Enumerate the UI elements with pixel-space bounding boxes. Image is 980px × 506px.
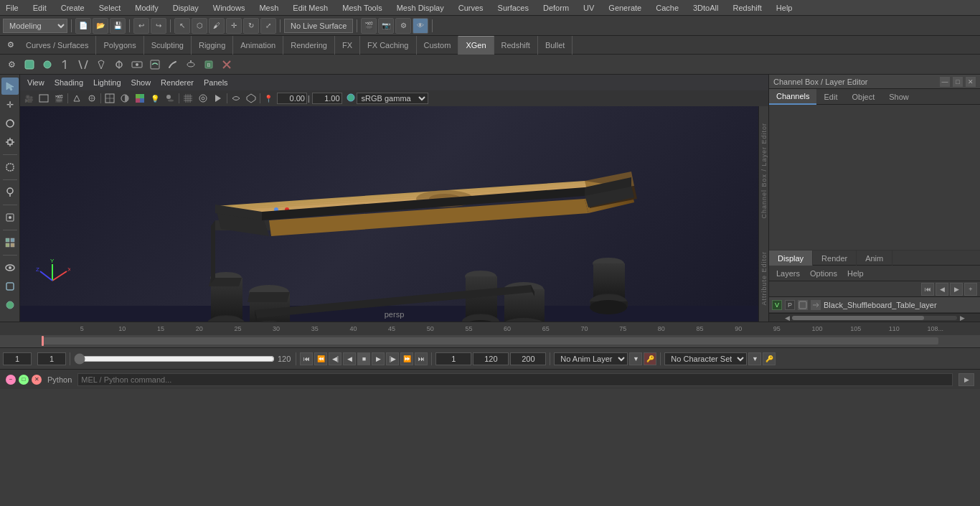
menu-create[interactable]: Create [58, 4, 88, 12]
undo-button[interactable]: ↩ [133, 18, 149, 34]
xgen-delete-guides[interactable] [218, 56, 235, 73]
start-frame-input[interactable] [37, 352, 66, 365]
menu-surfaces[interactable]: Surfaces [495, 4, 532, 12]
vp-cam-button[interactable]: 🎥 [22, 92, 36, 105]
vp-ortho-toggle-button[interactable] [244, 92, 258, 105]
command-exec-button[interactable]: ▶ [958, 373, 974, 386]
menu-mesh-tools[interactable]: Mesh Tools [339, 4, 385, 12]
vp-menu-show[interactable]: Show [127, 75, 156, 90]
tab-fx[interactable]: FX [335, 36, 360, 55]
menu-3dtall[interactable]: 3DtoAll [690, 4, 721, 12]
menu-edit-mesh[interactable]: Edit Mesh [290, 4, 331, 12]
lasso-select-button[interactable]: ⬡ [192, 18, 207, 34]
vp-coord-y[interactable] [312, 93, 342, 104]
tab-render[interactable]: Render [813, 250, 857, 266]
command-input[interactable] [77, 373, 953, 386]
next-keyframe-button[interactable]: |▶ [386, 352, 399, 365]
panel-max-button[interactable]: □ [953, 77, 963, 87]
xgen-orient-guide[interactable] [110, 56, 128, 73]
xgen-preview[interactable] [128, 56, 146, 73]
vp-texture-button[interactable] [133, 92, 147, 105]
new-scene-button[interactable]: 📄 [75, 18, 91, 34]
menu-cache[interactable]: Cache [653, 4, 682, 12]
tab-display[interactable]: Display [769, 250, 813, 266]
menu-mesh[interactable]: Mesh [256, 4, 281, 12]
char-set-key-button[interactable]: 🔑 [763, 352, 776, 365]
tab-custom[interactable]: Custom [417, 36, 459, 55]
vp-light-button[interactable]: 💡 [148, 92, 162, 105]
layers-scrollbar[interactable]: ◀ ▶ [769, 313, 980, 322]
scroll-left-button[interactable]: ◀ [782, 314, 792, 322]
range-end-input[interactable] [473, 352, 509, 365]
tab-redshift[interactable]: Redshift [494, 36, 538, 55]
timeline-range[interactable] [42, 337, 938, 345]
panel-close-button[interactable]: ✕ [966, 77, 976, 87]
paint-select-button[interactable]: 🖌 [209, 18, 225, 34]
window-maximize-button[interactable]: □ [19, 375, 29, 385]
menu-deform[interactable]: Deform [540, 4, 572, 12]
vp-menu-renderer[interactable]: Renderer [156, 75, 198, 90]
xgen-create-collection[interactable] [21, 56, 38, 73]
xgen-settings-button[interactable]: ⚙ [3, 56, 20, 73]
menu-file[interactable]: File [3, 4, 22, 12]
menu-modify[interactable]: Modify [132, 4, 161, 12]
layers-new-button[interactable]: + [964, 283, 977, 296]
vp-menu-panels[interactable]: Panels [199, 75, 232, 90]
layer-playback-check[interactable]: P [785, 300, 795, 310]
open-scene-button[interactable]: 📂 [93, 18, 108, 34]
vp-snap-button[interactable] [85, 92, 99, 105]
layers-menu-help[interactable]: Help [844, 269, 867, 278]
anim-layer-select[interactable]: No Anim Layer [554, 352, 628, 365]
tab-show[interactable]: Show [882, 89, 916, 105]
xgen-density-map[interactable] [146, 56, 164, 73]
timeline-bar[interactable] [0, 335, 980, 348]
play-reverse-button[interactable]: ◀ [343, 352, 356, 365]
stop-button[interactable]: ■ [357, 352, 370, 365]
window-minimize-button[interactable]: − [6, 375, 16, 385]
menu-mesh-display[interactable]: Mesh Display [394, 4, 447, 12]
multicomponent-button[interactable] [1, 234, 19, 251]
xgen-symmetry-guide[interactable] [75, 56, 92, 73]
current-frame-input[interactable] [3, 352, 32, 365]
vp-shadow-button[interactable] [163, 92, 177, 105]
layers-prev-button[interactable]: ◀ [936, 283, 948, 296]
char-set-select[interactable]: No Character Set [664, 352, 747, 365]
hud-button[interactable]: 👁 [413, 18, 428, 34]
tab-curves-surfaces[interactable]: Curves / Surfaces [19, 36, 96, 55]
rotate-mode-button[interactable] [1, 115, 19, 132]
render-settings-button[interactable]: ⚙ [395, 18, 411, 34]
select-tool-button[interactable]: ↖ [174, 18, 190, 34]
menu-generate[interactable]: Generate [606, 4, 644, 12]
xgen-hair-region[interactable] [182, 56, 199, 73]
tab-object[interactable]: Object [844, 89, 882, 105]
layers-next-button[interactable]: ▶ [950, 283, 963, 296]
play-forward-button[interactable]: ▶ [372, 352, 385, 365]
redo-button[interactable]: ↪ [151, 18, 166, 34]
snap-button[interactable] [1, 209, 19, 226]
viewport-3d[interactable]: X Y Z [20, 106, 768, 306]
move-tool-button[interactable]: ✛ [226, 18, 242, 34]
scrollbar-thumb[interactable] [792, 316, 924, 320]
live-surface-button[interactable]: No Live Surface [284, 19, 353, 33]
move-mode-button[interactable]: ✛ [1, 96, 19, 113]
xgen-add-guide[interactable] [57, 56, 74, 73]
xgen-bake-guides[interactable]: B [200, 56, 217, 73]
scrollbar-track[interactable] [792, 316, 957, 320]
save-scene-button[interactable]: 💾 [110, 18, 126, 34]
tab-settings-button[interactable]: ⚙ [3, 40, 19, 50]
vp-select-mask-button[interactable] [70, 92, 84, 105]
menu-select[interactable]: Select [96, 4, 124, 12]
vp-menu-shading[interactable]: Shading [50, 75, 88, 90]
display-options-button[interactable] [1, 296, 19, 314]
tab-sculpting[interactable]: Sculpting [144, 36, 192, 55]
scale-mode-button[interactable] [1, 133, 19, 151]
step-forward-button[interactable]: ⏩ [400, 352, 413, 365]
tab-bullet[interactable]: Bullet [538, 36, 573, 55]
char-set-options-button[interactable]: ▼ [748, 352, 761, 365]
scale-tool-button[interactable]: ⤢ [260, 18, 276, 34]
vp-wireframe-button[interactable] [103, 92, 117, 105]
menu-redshift[interactable]: Redshift [730, 4, 764, 12]
frame-slider[interactable] [74, 353, 275, 365]
tab-rendering[interactable]: Rendering [283, 36, 335, 55]
vp-menu-view[interactable]: View [23, 75, 49, 90]
